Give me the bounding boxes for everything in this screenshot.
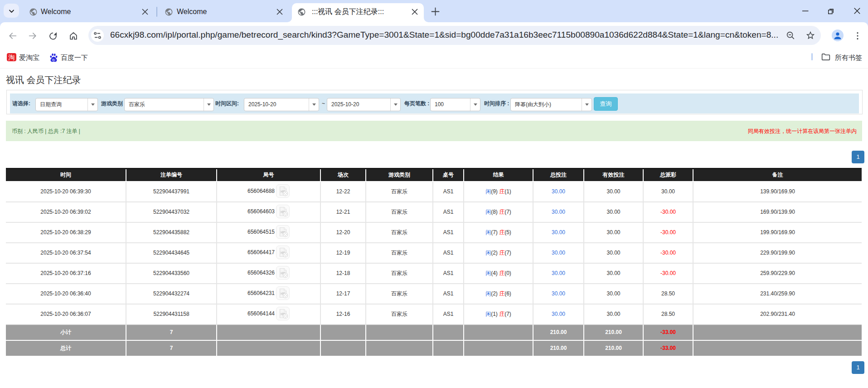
svg-text:du: du bbox=[52, 58, 55, 61]
